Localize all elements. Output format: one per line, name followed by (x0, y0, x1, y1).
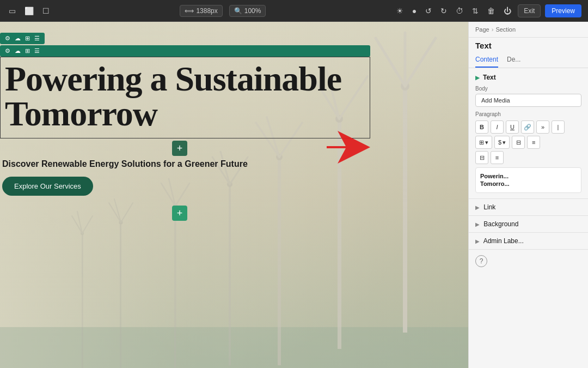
text-section-header[interactable]: ▶ Text (475, 74, 581, 81)
breadcrumb-separator: › (492, 26, 494, 33)
bold-button[interactable]: B (475, 120, 488, 134)
add-media-button[interactable]: Add Media (475, 94, 581, 107)
text-preview-line1: Powerin... (480, 172, 577, 180)
preview-button[interactable]: Preview (545, 4, 581, 17)
add-block-button-2[interactable]: + (172, 206, 187, 221)
panel-breadcrumb: Page › Section (469, 22, 588, 38)
breadcrumb-section[interactable]: Section (495, 26, 516, 33)
link-button[interactable]: 🔗 (521, 120, 534, 134)
settings-icon-inner[interactable]: ⚙ (3, 47, 12, 55)
heading-text: Powering a Sustainable Tomorrow (5, 62, 364, 131)
link-section-row[interactable]: ▶ Link (469, 199, 588, 216)
menu-icon-inner[interactable]: ☰ (33, 47, 41, 55)
grid-icon-inner[interactable]: ⊞ (23, 47, 32, 55)
main-area: ⚙ ☁ ⊞ ☰ ⚙ ☁ ⊞ ☰ Powering a Sustainable T… (0, 22, 588, 368)
link-section-label: Link (483, 203, 495, 211)
outdent2-button[interactable]: ⊟ (475, 151, 488, 164)
zoom-display[interactable]: 🔍 100% (229, 5, 266, 17)
text-preview-block: Powerin... Tomorro... (475, 167, 581, 193)
power-icon[interactable]: ⏻ (501, 5, 513, 16)
theme-dot-icon[interactable]: ● (410, 5, 419, 16)
sort-icon[interactable]: ⇅ (470, 5, 481, 16)
toolbar-actions: ☀ ● ↺ ↻ ⏱ ⇅ 🗑 ⏻ Exit Preview (394, 4, 581, 17)
canvas-area: ⚙ ☁ ⊞ ☰ ⚙ ☁ ⊞ ☰ Powering a Sustainable T… (0, 22, 468, 368)
block-toolbar-top: ⚙ ☁ ⊞ ☰ (0, 33, 45, 44)
background-section-label: Background (483, 220, 518, 228)
help-button[interactable]: ? (475, 255, 487, 267)
cloud-icon-inner[interactable]: ☁ (13, 47, 22, 55)
outdent-button[interactable]: ⊟ (512, 136, 525, 149)
body-label: Body (475, 86, 581, 92)
format-toolbar: B I U 🔗 » | (475, 120, 581, 134)
heading-block[interactable]: Powering a Sustainable Tomorrow (0, 57, 370, 138)
undo-icon[interactable]: ↺ (423, 5, 434, 16)
zoom-value: 100% (244, 7, 261, 15)
resize-icon: ⟺ (185, 7, 194, 15)
breadcrumb-page[interactable]: Page (475, 26, 489, 33)
text-section-label: Text (483, 74, 496, 81)
desktop-icon[interactable]: ▭ (7, 5, 18, 16)
svg-marker-38 (327, 131, 370, 164)
underline-button[interactable]: U (506, 120, 519, 134)
indent-button[interactable]: ≡ (491, 151, 504, 164)
hero-section: ⚙ ☁ ⊞ ☰ ⚙ ☁ ⊞ ☰ Powering a Sustainable T… (0, 22, 468, 368)
grid-dropdown-button[interactable]: ⊞ ▾ (475, 136, 492, 149)
zoom-icon: 🔍 (234, 7, 242, 15)
dollar-dropdown-button[interactable]: $ ▾ (494, 136, 510, 149)
format-toolbar-3: ⊟ ≡ (475, 151, 581, 164)
redo-icon[interactable]: ↻ (438, 5, 449, 16)
red-arrow-indicator (327, 131, 370, 166)
panel-title: Text (469, 38, 588, 52)
subtitle-text: Discover Renewable Energy Solutions for … (2, 159, 370, 169)
italic-button[interactable]: I (491, 120, 504, 134)
mobile-icon[interactable]: ☐ (40, 5, 52, 16)
viewport-width-display[interactable]: ⟺ 1388px (180, 5, 222, 17)
teal-indicator: ▶ (475, 75, 480, 81)
hero-content: ⚙ ☁ ⊞ ☰ ⚙ ☁ ⊞ ☰ Powering a Sustainable T… (0, 33, 370, 225)
right-panel: Page › Section Text Content De... ▶ Text… (468, 22, 588, 368)
device-switcher: ▭ ⬜ ☐ (7, 5, 52, 16)
format-toolbar-2: ⊞ ▾ $ ▾ ⊟ ≡ (475, 136, 581, 149)
admin-label-section-row[interactable]: ▶ Admin Labe... (469, 233, 588, 250)
panel-tabs: Content De... (469, 52, 588, 68)
top-toolbar: ▭ ⬜ ☐ ⟺ 1388px 🔍 100% ☀ ● ↺ ↻ ⏱ ⇅ 🗑 ⏻ Ex… (0, 0, 588, 22)
cloud-icon[interactable]: ☁ (13, 34, 22, 43)
block-toolbar-outer: ⚙ ☁ ⊞ ☰ (0, 33, 370, 44)
viewport-value: 1388px (196, 7, 217, 15)
exit-button[interactable]: Exit (518, 4, 541, 17)
separator-button[interactable]: | (552, 120, 565, 134)
toolbar-center: ⟺ 1388px 🔍 100% (180, 5, 266, 17)
tab-design[interactable]: De... (507, 52, 520, 68)
settings-icon[interactable]: ⚙ (3, 34, 12, 43)
quote-button[interactable]: » (536, 120, 549, 134)
align-left-button[interactable]: ≡ (527, 136, 540, 149)
sun-moon-toggle-icon[interactable]: ☀ (394, 5, 406, 16)
tablet-icon[interactable]: ⬜ (22, 5, 36, 16)
block-toolbar-inner: ⚙ ☁ ⊞ ☰ (0, 45, 370, 57)
explore-button[interactable]: Explore Our Services (2, 177, 93, 196)
menu-icon[interactable]: ☰ (33, 34, 41, 43)
trash-icon[interactable]: 🗑 (485, 5, 497, 16)
background-section-row[interactable]: ▶ Background (469, 216, 588, 233)
tab-content[interactable]: Content (475, 52, 498, 68)
history-icon[interactable]: ⏱ (454, 5, 465, 16)
grid-icon[interactable]: ⊞ (23, 34, 32, 43)
add-block-button-1[interactable]: + (172, 141, 187, 156)
text-section: ▶ Text Body Add Media Paragraph B I U 🔗 … (469, 68, 588, 199)
paragraph-label: Paragraph (475, 111, 581, 117)
admin-label-section-label: Admin Labe... (483, 237, 524, 245)
text-preview-line2: Tomorro... (480, 180, 577, 188)
